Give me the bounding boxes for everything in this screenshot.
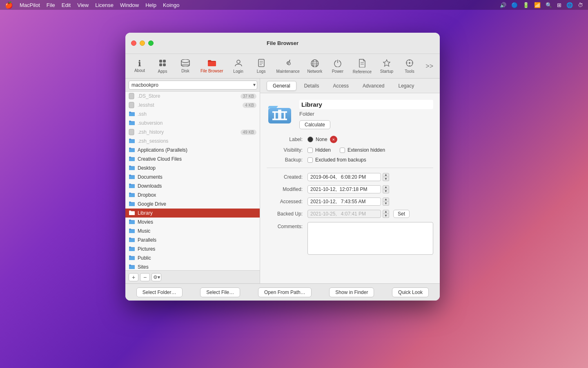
toolbar-maintenance[interactable]: Maintenance [273,57,303,75]
minimize-button[interactable] [140,40,145,46]
close-button[interactable] [131,40,136,46]
hidden-checkbox[interactable] [307,148,313,153]
file-item[interactable]: Music [125,227,260,236]
file-item[interactable]: .subversion [125,119,260,128]
toolbar-login[interactable]: Login [227,57,249,75]
startup-icon [383,59,391,68]
folder-icon [129,174,135,180]
tab-details[interactable]: Details [298,81,325,91]
tab-legacy[interactable]: Legacy [392,81,420,91]
file-item[interactable]: .zsh_history49 KB [125,128,260,137]
toolbar-overflow[interactable]: >> [422,61,437,72]
excluded-label: Excluded from backups [315,157,366,163]
file-item[interactable]: Documents [125,173,260,182]
control-center-icon[interactable]: ⊞ [557,2,561,8]
label-clear-button[interactable]: × [330,136,337,143]
quick-look-button[interactable]: Quick Look [392,287,429,297]
show-in-finder-button[interactable]: Show in Finder [329,287,374,297]
menubar-window[interactable]: Window [120,2,139,8]
toolbar-about[interactable]: ℹ About [129,58,151,74]
toolbar-logs[interactable]: Logs [250,57,272,75]
file-item[interactable]: Movies [125,218,260,227]
toolbar-reference[interactable]: Reference [350,57,375,76]
remove-button[interactable]: − [140,273,150,281]
backed-up-step-up[interactable]: ▲ [383,210,389,214]
tools-label: Tools [405,69,414,74]
tab-advanced[interactable]: Advanced [356,81,390,91]
window-controls [131,40,154,46]
folder-icon [129,246,135,252]
accessed-step-up[interactable]: ▲ [383,197,389,202]
modified-step-down[interactable]: ▼ [383,189,389,193]
tab-access[interactable]: Access [327,81,355,91]
file-item[interactable]: Applications (Parallels) [125,146,260,155]
select-folder-button[interactable]: Select Folder… [136,287,183,297]
file-item[interactable]: .ssh [125,110,260,119]
comments-row: Comments: [267,222,433,255]
set-button[interactable]: Set [393,210,410,218]
notification-icon[interactable]: 🌐 [566,2,573,8]
menubar-help[interactable]: Help [145,2,156,8]
toolbar-file-browser[interactable]: File Browser [197,58,227,75]
file-item[interactable]: .lesshst4 KB [125,101,260,110]
volume-icon[interactable]: 🔊 [500,2,506,8]
menubar-view[interactable]: View [77,2,89,8]
menubar-file[interactable]: File [47,2,55,8]
menubar-license[interactable]: License [95,2,114,8]
created-date-input[interactable] [307,173,381,181]
toolbar-startup[interactable]: Startup [376,57,398,75]
bluetooth-icon[interactable]: 🔵 [511,2,518,8]
tab-general[interactable]: General [267,81,296,91]
toolbar-network[interactable]: Network [304,57,326,75]
clock-icon[interactable]: ⏱ [578,2,583,8]
location-select[interactable]: macbookpro [129,81,257,90]
file-item[interactable]: Creative Cloud Files [125,155,260,164]
file-item[interactable]: Pictures [125,245,260,254]
select-file-button[interactable]: Select File… [200,287,240,297]
add-button[interactable]: + [129,273,138,281]
file-item[interactable]: Google Drive [125,200,260,209]
toolbar-apps[interactable]: Apps [151,57,174,75]
created-step-down[interactable]: ▼ [383,177,389,181]
comments-textarea[interactable] [307,222,433,255]
maintenance-label: Maintenance [276,69,300,74]
settings-button[interactable]: ⚙▾ [151,273,161,281]
wifi-icon[interactable]: 📶 [534,2,541,8]
file-item[interactable]: Parallels [125,236,260,245]
toolbar-power[interactable]: Power [327,57,349,75]
visibility-field-label: Visibility: [267,147,307,153]
file-item[interactable]: Dropbox [125,191,260,200]
maximize-button[interactable] [148,40,154,46]
file-item[interactable]: Public [125,254,260,263]
calculate-button[interactable]: Calculate [299,120,330,129]
file-item[interactable]: .zsh_sessions [125,137,260,146]
toolbar-disk[interactable]: Disk [174,58,196,75]
excluded-checkbox[interactable] [307,157,313,163]
extension-hidden-checkbox[interactable] [340,148,345,153]
file-item[interactable]: Sites [125,263,260,270]
file-name-input[interactable] [299,100,433,109]
search-icon[interactable]: 🔍 [546,2,552,8]
backed-up-step-down[interactable]: ▼ [383,214,389,218]
file-item[interactable]: Library [125,209,260,218]
created-step-up[interactable]: ▲ [383,173,389,177]
modified-date-input[interactable] [307,185,381,193]
battery-icon[interactable]: 🔋 [523,2,529,8]
accessed-date-input[interactable] [307,197,381,206]
apple-menu[interactable]: 🍎 [5,1,13,9]
open-from-path-button[interactable]: Open From Path… [258,287,312,297]
accessed-step-down[interactable]: ▼ [383,202,389,206]
accessed-value: ▲ ▼ [307,197,389,206]
file-name: Google Drive [138,201,256,207]
label-color-dot[interactable] [307,137,313,142]
file-item[interactable]: .DS_Store37 KB [125,92,260,101]
modified-step-up[interactable]: ▲ [383,185,389,189]
backed-up-date-input[interactable] [307,210,381,218]
menubar-macpilot[interactable]: MacPilot [20,2,40,8]
file-item[interactable]: Desktop [125,164,260,173]
file-item[interactable]: Downloads [125,182,260,191]
toolbar-tools[interactable]: Tools [399,57,421,75]
label-field-label: Label: [267,137,307,142]
menubar-koingo[interactable]: Koingo [163,2,179,8]
menubar-edit[interactable]: Edit [62,2,71,8]
